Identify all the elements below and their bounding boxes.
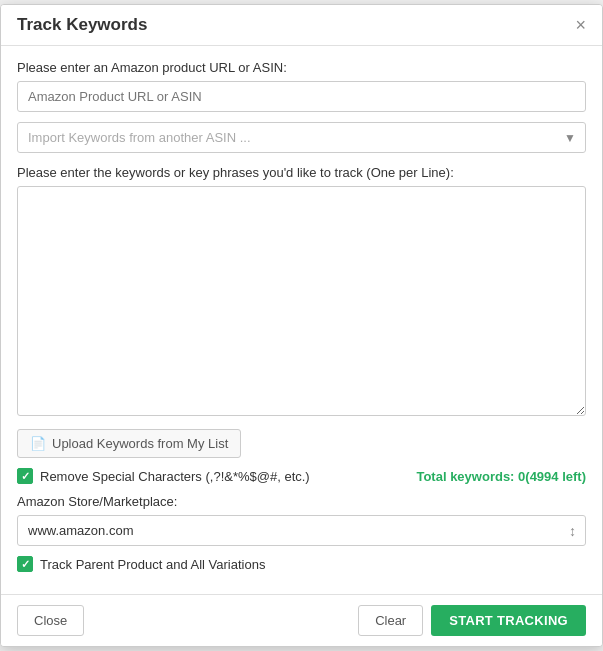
- keywords-label: Please enter the keywords or key phrases…: [17, 165, 586, 180]
- store-label: Amazon Store/Marketplace:: [17, 494, 586, 509]
- remove-special-chars-checkbox[interactable]: ✓: [17, 468, 33, 484]
- footer-right: Clear START TRACKING: [358, 605, 586, 636]
- remove-special-chars-label: Remove Special Characters (,?!&*%$@#, et…: [40, 469, 310, 484]
- modal-header: Track Keywords ×: [1, 5, 602, 46]
- asin-label: Please enter an Amazon product URL or AS…: [17, 60, 586, 75]
- total-keywords-text: Total keywords:: [416, 469, 518, 484]
- track-variations-checkmark-icon: ✓: [21, 558, 30, 571]
- track-keywords-modal: Track Keywords × Please enter an Amazon …: [0, 4, 603, 647]
- remove-special-chars-row: ✓ Remove Special Characters (,?!&*%$@#, …: [17, 468, 586, 484]
- clear-button[interactable]: Clear: [358, 605, 423, 636]
- modal-footer: Close Clear START TRACKING: [1, 594, 602, 646]
- start-tracking-button[interactable]: START TRACKING: [431, 605, 586, 636]
- store-select[interactable]: www.amazon.com www.amazon.co.uk www.amaz…: [17, 515, 586, 546]
- track-variations-label: Track Parent Product and All Variations: [40, 557, 265, 572]
- upload-icon: 📄: [30, 436, 46, 451]
- store-select-wrapper: www.amazon.com www.amazon.co.uk www.amaz…: [17, 515, 586, 546]
- import-keywords-select[interactable]: Import Keywords from another ASIN ...: [17, 122, 586, 153]
- total-keywords-display: Total keywords: 0(4994 left): [416, 469, 586, 484]
- upload-keywords-label: Upload Keywords from My List: [52, 436, 228, 451]
- keywords-textarea[interactable]: [17, 186, 586, 416]
- remove-special-chars-left: ✓ Remove Special Characters (,?!&*%$@#, …: [17, 468, 310, 484]
- close-icon[interactable]: ×: [575, 16, 586, 34]
- track-variations-checkbox[interactable]: ✓: [17, 556, 33, 572]
- close-button[interactable]: Close: [17, 605, 84, 636]
- total-keywords-remaining: (4994 left): [525, 469, 586, 484]
- track-variations-row: ✓ Track Parent Product and All Variation…: [17, 556, 586, 572]
- modal-title: Track Keywords: [17, 15, 147, 35]
- upload-keywords-button[interactable]: 📄 Upload Keywords from My List: [17, 429, 241, 458]
- modal-body: Please enter an Amazon product URL or AS…: [1, 46, 602, 594]
- footer-left: Close: [17, 605, 84, 636]
- asin-input[interactable]: [17, 81, 586, 112]
- import-select-wrapper: Import Keywords from another ASIN ... ▼: [17, 122, 586, 153]
- checkmark-icon: ✓: [21, 470, 30, 483]
